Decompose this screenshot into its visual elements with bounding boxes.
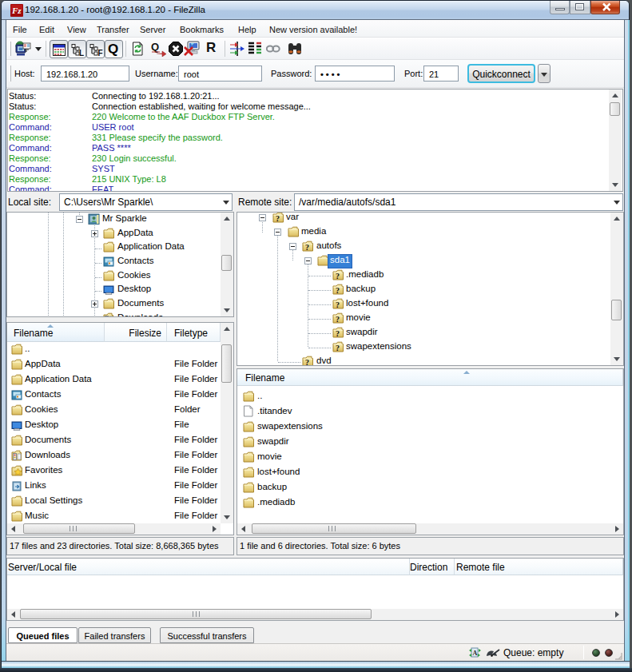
svg-text:L: L <box>79 49 84 58</box>
svg-text:A: A <box>473 650 478 657</box>
svg-text:Fz: Fz <box>11 6 22 15</box>
svg-text:Q: Q <box>151 41 159 53</box>
svg-text:F: F <box>98 49 103 58</box>
